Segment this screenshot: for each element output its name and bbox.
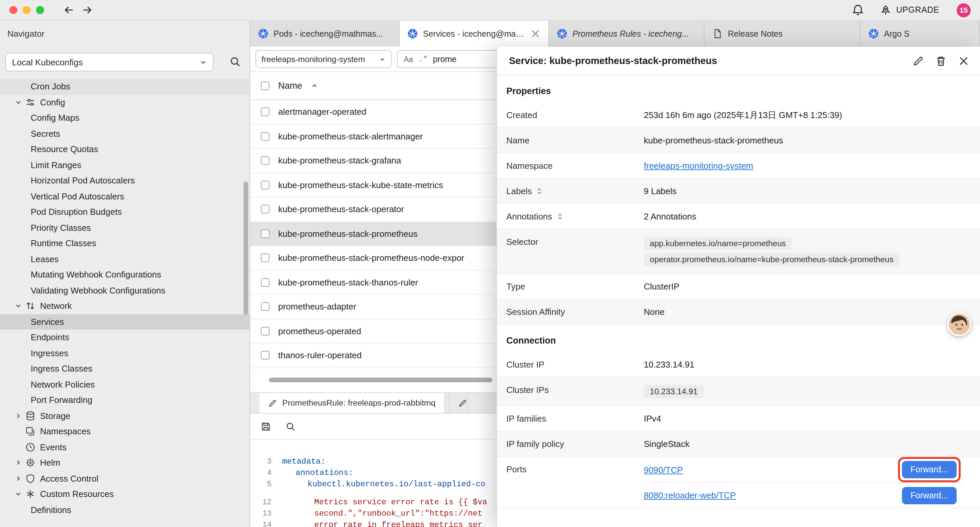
horizontal-scrollbar-thumb[interactable]	[269, 377, 492, 382]
sidebar-item-endpoints[interactable]: Endpoints	[0, 330, 250, 345]
sidebar-item-config[interactable]: Config	[0, 94, 250, 110]
horizontal-scrollbar[interactable]	[250, 377, 497, 384]
back-icon[interactable]	[63, 4, 75, 16]
sidebar-item-helm[interactable]: Helm	[0, 455, 250, 471]
table-row-kube-prometheus-stack-grafana[interactable]: kube-prometheus-stack-grafana	[250, 149, 497, 173]
table-row-kube-prometheus-stack-thanos-ruler[interactable]: kube-prometheus-stack-thanos-ruler	[250, 271, 497, 295]
tab-argo-s[interactable]: Argo S	[861, 21, 980, 47]
row-checkbox[interactable]	[261, 254, 269, 263]
table-row-prometheus-operated[interactable]: prometheus-operated	[250, 319, 497, 344]
table-row-kube-prometheus-stack-alertmanager[interactable]: kube-prometheus-stack-alertmanager	[250, 124, 497, 149]
upgrade-button[interactable]: UPGRADE	[880, 4, 939, 16]
kubeconfig-dropdown[interactable]: Local Kubeconfigs	[5, 53, 213, 72]
table-row-kube-prometheus-stack-prometheus[interactable]: kube-prometheus-stack-prometheus	[250, 222, 497, 246]
row-checkbox[interactable]	[261, 351, 269, 360]
save-icon[interactable]	[261, 421, 271, 431]
table-row-prometheus-adapter[interactable]: prometheus-adapter	[250, 295, 497, 319]
sidebar-item-horizontal-pod-autoscalers[interactable]: Horizontal Pod Autoscalers	[0, 173, 250, 188]
sidebar-item-cron-jobs[interactable]: Cron Jobs	[0, 79, 250, 94]
sidebar-item-secrets[interactable]: Secrets	[0, 126, 250, 142]
sidebar-item-mutating-webhook-configurations[interactable]: Mutating Webhook Configurations	[0, 267, 250, 282]
editor-tab-partial[interactable]	[449, 393, 467, 413]
edit-resource-icon[interactable]	[913, 55, 924, 66]
close-icon[interactable]	[530, 29, 540, 39]
table-row-kube-prometheus-stack-prometheus-node-ex[interactable]: kube-prometheus-stack-prometheus-node-ex…	[250, 246, 497, 271]
close-panel-icon[interactable]	[958, 55, 969, 66]
tab-prometheus-rules-icecheng[interactable]: Prometheus Rules - icecheng...	[549, 21, 705, 47]
select-all-checkbox[interactable]	[261, 81, 269, 90]
regex-toggle[interactable]: .*	[418, 55, 428, 64]
delete-resource-icon[interactable]	[935, 55, 947, 66]
avatar[interactable]	[947, 312, 971, 336]
match-case-toggle[interactable]: Aa	[404, 55, 413, 63]
sidebar-item-vertical-pod-autoscalers[interactable]: Vertical Pod Autoscalers	[0, 188, 250, 204]
tab-release-notes[interactable]: Release Notes	[705, 21, 861, 47]
tab-services-icecheng-math[interactable]: Services - icecheng@math...	[399, 21, 549, 47]
resource-search-input[interactable]: Aa .* prome	[397, 50, 497, 68]
sidebar-item-validating-webhook-configurations[interactable]: Validating Webhook Configurations	[0, 282, 250, 298]
close-window-button[interactable]	[10, 6, 18, 14]
sidebar-item-config-maps[interactable]: Config Maps	[0, 110, 250, 126]
zoom-window-button[interactable]	[36, 6, 44, 14]
sort-asc-icon[interactable]	[311, 82, 318, 89]
forward-icon[interactable]	[81, 4, 94, 16]
sidebar-item-ingress-classes[interactable]: Ingress Classes	[0, 361, 250, 377]
namespace-dropdown[interactable]: freeleaps-monitoring-system	[256, 50, 391, 68]
sidebar-item-events[interactable]: Events	[0, 439, 250, 455]
sidebar-item-pod-disruption-budgets[interactable]: Pod Disruption Budgets	[0, 204, 250, 220]
sidebar-item-network-policies[interactable]: Network Policies	[0, 377, 250, 392]
updown-icon[interactable]	[556, 213, 563, 220]
editor-tab-prometheusrule[interactable]: PrometheusRule: freeleaps-prod-rabbitmq	[259, 393, 445, 413]
row-checkbox[interactable]	[261, 108, 269, 116]
row-checkbox[interactable]	[261, 205, 269, 214]
twisty-collapsed-icon[interactable]	[15, 412, 25, 420]
sidebar-item-port-forwarding[interactable]: Port Forwarding	[0, 392, 250, 408]
code-text: annotations:	[282, 468, 353, 477]
navigator-scrollbar[interactable]	[243, 182, 248, 315]
yaml-editor[interactable]: 3metadata:4annotations:5kubectl.kubernet…	[250, 439, 497, 527]
row-checkbox[interactable]	[261, 229, 269, 238]
table-row-alertmanager-operated[interactable]: alertmanager-operated	[250, 100, 497, 124]
sidebar-item-namespaces[interactable]: Namespaces	[0, 424, 250, 439]
row-checkbox[interactable]	[261, 132, 269, 141]
tab-pods-icecheng-mathmas[interactable]: Pods - icecheng@mathmas...	[250, 21, 399, 47]
sidebar-item-limit-ranges[interactable]: Limit Ranges	[0, 157, 250, 173]
table-row-kube-prometheus-stack-operator[interactable]: kube-prometheus-stack-operator	[250, 197, 497, 222]
sidebar-item-network[interactable]: Network	[0, 298, 250, 314]
port-link-8080-reloader-web-tcp[interactable]: 8080:reloader-web/TCP	[644, 490, 736, 500]
sidebar-item-services[interactable]: Services	[0, 314, 250, 330]
row-checkbox[interactable]	[261, 156, 269, 165]
port-link-9090-tcp[interactable]: 9090/TCP	[644, 465, 683, 474]
minimize-window-button[interactable]	[23, 6, 31, 14]
editor-search-icon[interactable]	[286, 421, 296, 431]
updown-icon[interactable]	[536, 188, 543, 195]
forward-button-9090-tcp[interactable]: Forward...	[902, 461, 957, 478]
sidebar-item-ingresses[interactable]: Ingresses	[0, 345, 250, 361]
navigator-search-icon[interactable]	[229, 56, 241, 67]
sidebar-item-resource-quotas[interactable]: Resource Quotas	[0, 142, 250, 157]
column-header-name[interactable]: Name	[278, 81, 302, 91]
twisty-collapsed-icon[interactable]	[15, 475, 25, 482]
twisty-collapsed-icon[interactable]	[15, 459, 25, 466]
table-row-kube-prometheus-stack-kube-state-metrics[interactable]: kube-prometheus-stack-kube-state-metrics	[250, 173, 497, 197]
sidebar-item-access-control[interactable]: Access Control	[0, 471, 250, 486]
row-checkbox[interactable]	[261, 181, 269, 189]
row-checkbox[interactable]	[261, 278, 269, 287]
sidebar-item-priority-classes[interactable]: Priority Classes	[0, 220, 250, 236]
property-row-created: Created253d 16h 6m ago (2025年1月13日 GMT+8…	[497, 103, 980, 128]
table-row-thanos-ruler-operated[interactable]: thanos-ruler-operated	[250, 344, 497, 368]
sidebar-item-storage[interactable]: Storage	[0, 408, 250, 424]
sidebar-item-definitions[interactable]: Definitions	[0, 502, 250, 517]
twisty-expanded-icon[interactable]	[15, 99, 25, 106]
row-checkbox[interactable]	[261, 327, 269, 336]
twisty-expanded-icon[interactable]	[15, 303, 25, 310]
namespace-link[interactable]: freeleaps-monitoring-system	[644, 161, 753, 171]
row-checkbox[interactable]	[261, 303, 269, 311]
twisty-expanded-icon[interactable]	[15, 490, 25, 498]
sidebar-item-runtime-classes[interactable]: Runtime Classes	[0, 236, 250, 251]
sidebar-item-leases[interactable]: Leases	[0, 251, 250, 267]
notifications-bell-icon[interactable]	[852, 4, 864, 16]
forward-button-8080-reloader-web-tcp[interactable]: Forward...	[902, 487, 957, 504]
profile-count-badge[interactable]: 15	[957, 3, 970, 17]
sidebar-item-custom-resources[interactable]: Custom Resources	[0, 486, 250, 502]
